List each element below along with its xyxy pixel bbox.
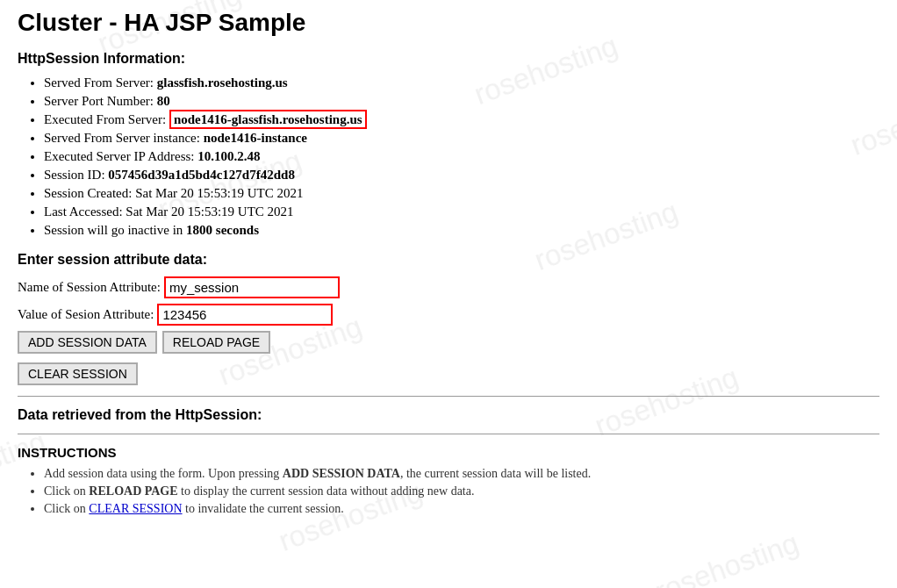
executed-ip-label: Executed Server IP Address: bbox=[44, 149, 194, 163]
served-from-instance-value: node1416-instance bbox=[204, 131, 307, 145]
clear-session-button[interactable]: CLEAR SESSION bbox=[18, 362, 138, 385]
form-buttons: ADD SESSION DATA RELOAD PAGE bbox=[18, 331, 879, 354]
executed-from-server: Executed From Server: node1416-glassfish… bbox=[44, 112, 879, 127]
served-from-instance-label: Served From Server instance: bbox=[44, 131, 200, 145]
name-attribute-label: Name of Session Attribute: bbox=[18, 280, 161, 295]
served-from-server-value: glassfish.rosehosting.us bbox=[157, 75, 288, 90]
session-id: Session ID: 057456d39a1d5bd4c127d7f42dd8 bbox=[44, 168, 879, 183]
server-port-value: 80 bbox=[157, 94, 170, 108]
last-accessed-label: Last Accessed: bbox=[44, 204, 123, 219]
clear-session-container: CLEAR SESSION bbox=[18, 362, 879, 385]
session-id-label: Session ID: bbox=[44, 168, 105, 182]
last-accessed: Last Accessed: Sat Mar 20 15:53:19 UTC 2… bbox=[44, 204, 879, 219]
executed-ip-value: 10.100.2.48 bbox=[197, 149, 260, 163]
add-session-button[interactable]: ADD SESSION DATA bbox=[18, 331, 157, 354]
session-inactive-value: 1800 seconds bbox=[186, 223, 259, 237]
session-inactive: Session will go inactive in 1800 seconds bbox=[44, 223, 879, 238]
name-attribute-row: Name of Session Attribute: bbox=[18, 276, 879, 298]
data-retrieved-label: Data retrieved from the HttpSession: bbox=[18, 407, 879, 423]
served-from-server: Served From Server: glassfish.rosehostin… bbox=[44, 75, 879, 90]
server-port: Server Port Number: 80 bbox=[44, 94, 879, 109]
session-inactive-label: Session will go inactive in bbox=[44, 223, 183, 237]
reload-page-button[interactable]: RELOAD PAGE bbox=[162, 331, 270, 354]
value-attribute-input[interactable] bbox=[157, 304, 333, 326]
instruction-item-2: Click on RELOAD PAGE to display the curr… bbox=[44, 484, 879, 498]
served-from-server-label: Served From Server: bbox=[44, 75, 154, 90]
session-created: Session Created: Sat Mar 20 15:53:19 UTC… bbox=[44, 186, 879, 201]
session-form: Enter session attribute data: Name of Se… bbox=[18, 252, 879, 354]
divider-2 bbox=[18, 434, 879, 434]
instruction-item-1: Add session data using the form. Upon pr… bbox=[44, 467, 879, 481]
http-session-label: HttpSession Information: bbox=[18, 51, 879, 67]
instructions-section: INSTRUCTIONS Add session data using the … bbox=[18, 445, 879, 516]
session-created-label: Session Created: bbox=[44, 186, 132, 200]
executed-from-server-value: node1416-glassfish.rosehosting.us bbox=[169, 110, 367, 129]
executed-from-server-label: Executed From Server: bbox=[44, 112, 166, 126]
instructions-list: Add session data using the form. Upon pr… bbox=[18, 467, 879, 516]
session-id-value: 057456d39a1d5bd4c127d7f42dd8 bbox=[108, 168, 295, 182]
value-attribute-row: Value of Sesion Attribute: bbox=[18, 304, 879, 326]
server-port-label: Server Port Number: bbox=[44, 94, 154, 108]
instruction-item-3: Click on CLEAR SESSION to invalidate the… bbox=[44, 502, 879, 516]
instructions-title: INSTRUCTIONS bbox=[18, 445, 879, 460]
name-attribute-input[interactable] bbox=[164, 276, 340, 298]
value-attribute-label: Value of Sesion Attribute: bbox=[18, 307, 154, 322]
executed-ip: Executed Server IP Address: 10.100.2.48 bbox=[44, 149, 879, 164]
session-created-value: Sat Mar 20 15:53:19 UTC 2021 bbox=[135, 186, 303, 200]
session-info-list: Served From Server: glassfish.rosehostin… bbox=[18, 75, 879, 238]
divider-1 bbox=[18, 396, 879, 397]
enter-session-label: Enter session attribute data: bbox=[18, 252, 879, 268]
served-from-instance: Served From Server instance: node1416-in… bbox=[44, 131, 879, 146]
page-title: Cluster - HA JSP Sample bbox=[18, 9, 879, 37]
last-accessed-value: Sat Mar 20 15:53:19 UTC 2021 bbox=[126, 204, 293, 219]
